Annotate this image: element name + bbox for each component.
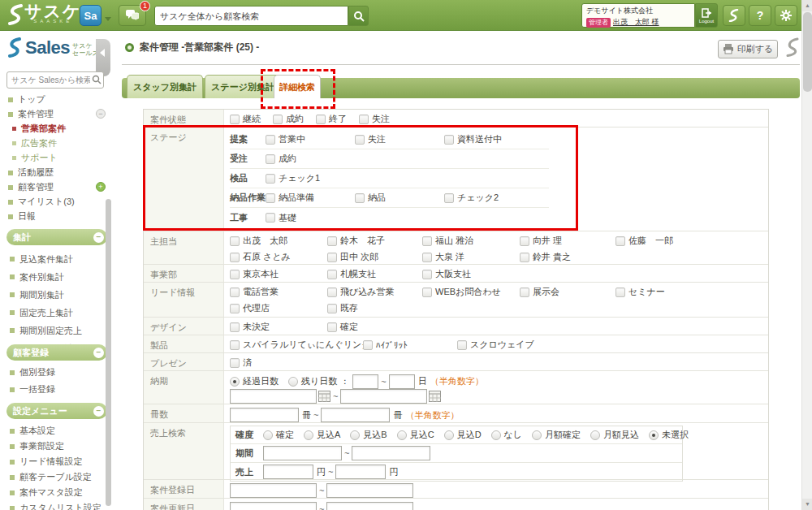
checkbox-option[interactable]: 済 [230, 357, 252, 369]
checkbox-option[interactable]: 電話営業 [230, 286, 327, 298]
sidebar-item-support[interactable]: サポート [8, 153, 106, 163]
checkbox-icon[interactable] [520, 287, 529, 297]
sidebar-scrollbar[interactable] [106, 199, 111, 506]
expand-plus-icon[interactable]: + [96, 182, 106, 192]
radio-icon[interactable] [263, 430, 273, 440]
global-search-button[interactable] [348, 6, 369, 26]
checkbox-icon[interactable] [230, 304, 240, 313]
section-header-settings-menu[interactable]: 設定メニュー− [6, 403, 107, 419]
section-header-customer-registration[interactable]: 顧客登録− [6, 344, 107, 361]
radio-option[interactable]: 見込A [304, 429, 340, 441]
checkbox-option[interactable]: スクロウェイブ [457, 339, 768, 351]
checkbox-icon[interactable] [615, 287, 625, 297]
checkbox-option[interactable]: 納品 [355, 192, 444, 204]
checkbox-icon[interactable] [327, 287, 337, 297]
bullet-option[interactable]: 期間別集計 [10, 286, 109, 304]
checkbox-option[interactable]: 基礎 [266, 212, 355, 224]
sales-brand[interactable]: Sales サスケ セールス [6, 37, 99, 58]
saaske-logo[interactable]: サスケ SAASKE [6, 2, 81, 25]
checkbox-option[interactable]: 未決定 [230, 321, 327, 333]
checkbox-icon[interactable] [230, 322, 240, 332]
radio-icon[interactable] [444, 430, 454, 440]
sidebar-item-activity-history[interactable]: 活動履歴 [8, 167, 106, 178]
checkbox-icon[interactable] [266, 154, 275, 164]
checkbox-icon[interactable] [355, 135, 365, 145]
checkbox-icon[interactable] [266, 174, 275, 184]
checkbox-option[interactable]: 失注 [355, 133, 444, 145]
sidebar-item-ad-cases[interactable]: 広告案件 [8, 138, 106, 149]
checkbox-option[interactable]: ﾊｲﾌﾞﾘｯﾄ [363, 339, 457, 351]
calendar-icon[interactable] [429, 391, 441, 402]
radio-option[interactable]: 月額確定 [532, 429, 581, 441]
checkbox-option[interactable]: 成約 [273, 113, 304, 125]
bullet-option[interactable]: 一括登録 [10, 381, 109, 398]
radio-option[interactable]: 残り日数 [288, 375, 337, 387]
checkbox-option[interactable]: 継続 [230, 113, 261, 125]
collapse-minus-icon[interactable]: − [93, 232, 104, 243]
checkbox-option[interactable]: 佐藤 一郎 [615, 235, 768, 247]
radio-icon[interactable] [288, 377, 298, 387]
bullet-option[interactable]: 期間別固定売上 [10, 322, 109, 339]
delivery-date-from-input[interactable] [230, 389, 317, 404]
checkbox-option[interactable]: スパイラルリてぃにんぐリング [230, 339, 363, 351]
checkbox-option[interactable]: 確定 [327, 321, 422, 333]
bullet-option[interactable]: 個別登録 [10, 364, 109, 381]
checkbox-option[interactable]: 鈴井 貴之 [520, 251, 615, 263]
bullet-option[interactable]: カスタムリスト設定 [10, 500, 109, 510]
updated-from-input[interactable] [230, 502, 317, 510]
page-scrollbar[interactable]: ▲ ▼ [801, 0, 812, 510]
checkbox-icon[interactable] [444, 193, 454, 203]
bullet-option[interactable]: リード情報設定 [10, 454, 109, 469]
checkbox-option[interactable]: 展示会 [520, 286, 615, 298]
checkbox-option[interactable]: チェック2 [444, 192, 549, 204]
checkbox-icon[interactable] [327, 304, 337, 313]
tab-detail-search[interactable]: 詳細検索 [274, 75, 321, 98]
sidebar-item-top[interactable]: トップ [8, 94, 106, 105]
checkbox-icon[interactable] [422, 236, 432, 246]
period-from-input[interactable] [263, 446, 342, 460]
checkbox-option[interactable]: セミナー [615, 286, 768, 298]
checkbox-icon[interactable] [266, 193, 275, 203]
checkbox-icon[interactable] [327, 236, 337, 246]
checkbox-icon[interactable] [520, 236, 529, 246]
checkbox-option[interactable]: 札幌支社 [327, 268, 422, 280]
calendar-icon[interactable] [318, 391, 330, 402]
created-to-input[interactable] [326, 483, 413, 498]
radio-icon[interactable] [532, 430, 542, 440]
checkbox-option[interactable]: 失注 [359, 113, 390, 125]
checkbox-icon[interactable] [316, 115, 326, 124]
checkbox-option[interactable]: 営業中 [266, 133, 355, 145]
checkbox-icon[interactable] [327, 270, 337, 279]
checkbox-icon[interactable] [266, 135, 275, 145]
bullet-option[interactable]: 固定売上集計 [10, 304, 109, 322]
radio-option[interactable]: なし [491, 429, 523, 441]
bullet-option[interactable]: 案件別集計 [10, 268, 109, 286]
radio-icon[interactable] [491, 430, 501, 440]
refresh-swirl-icon[interactable] [784, 37, 801, 57]
bullet-option[interactable]: 顧客テーブル設定 [10, 469, 109, 485]
sidebar-item-daily-report[interactable]: 日報 [8, 211, 106, 222]
radio-option[interactable]: 見込B [350, 429, 387, 441]
checkbox-option[interactable]: 資料送付中 [444, 133, 549, 145]
radio-icon[interactable] [350, 430, 360, 440]
scroll-up-icon[interactable]: ▲ [802, 0, 812, 11]
checkbox-icon[interactable] [230, 115, 240, 124]
chevron-down-icon[interactable] [105, 17, 111, 21]
days-to-input[interactable] [389, 374, 415, 389]
checkbox-icon[interactable] [230, 340, 240, 350]
checkbox-option[interactable]: 代理店 [230, 302, 327, 314]
checkbox-option[interactable]: WEBお問合わせ [422, 286, 520, 298]
bullet-option[interactable]: 事業部設定 [10, 439, 109, 454]
bullet-option[interactable]: 案件マスタ設定 [10, 485, 109, 500]
sidebar-search-input[interactable] [6, 71, 104, 89]
radio-option[interactable]: 経過日数 [230, 375, 279, 387]
checkbox-icon[interactable] [273, 115, 283, 124]
checkbox-option[interactable]: 納品準備 [266, 192, 355, 204]
settings-button[interactable] [775, 5, 797, 26]
radio-icon[interactable] [230, 377, 240, 387]
days-from-input[interactable] [352, 374, 378, 389]
bullet-option[interactable]: 見込案件集計 [10, 250, 109, 268]
radio-icon[interactable] [304, 430, 313, 440]
collapse-minus-icon[interactable]: − [93, 348, 104, 358]
radio-icon[interactable] [649, 430, 659, 440]
